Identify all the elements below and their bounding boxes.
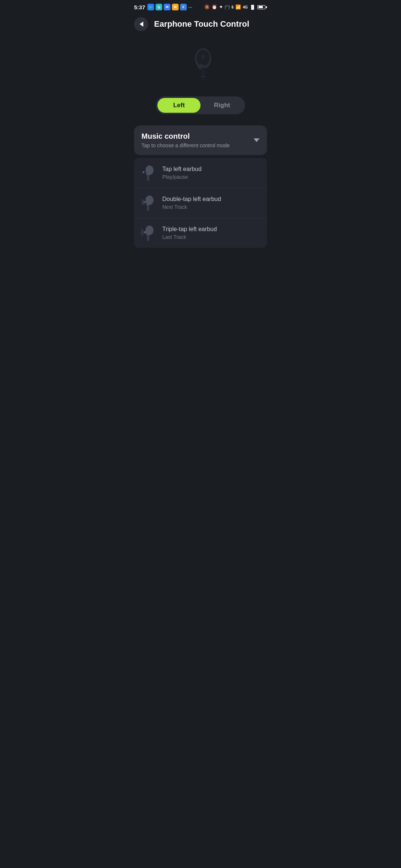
triple-tap-title: Triple-tap left earbud: [162, 226, 217, 233]
single-tap-item[interactable]: Tap left earbud Play/pause: [134, 158, 267, 188]
control-card-title: Music control: [141, 132, 230, 141]
double-tap-subtitle: Next Track: [162, 204, 221, 210]
status-left: 5:37 🐦 ◎ ✉ ✉ F ···: [134, 4, 192, 10]
svg-point-14: [144, 201, 146, 203]
bluetooth-icon: ✦: [219, 4, 223, 10]
app-icon-messages: ✉: [164, 4, 170, 10]
alarm-icon: ⏰: [212, 4, 217, 10]
app-icon-twitter: 🐦: [147, 4, 154, 10]
status-bar: 5:37 🐦 ◎ ✉ ✉ F ··· 🔕 ⏰ ✦ 📳 6 📶 4G ▐▌: [128, 0, 273, 13]
signal-6g-icon: 6: [232, 5, 234, 9]
svg-rect-13: [147, 205, 149, 211]
triple-tap-icon: [140, 225, 156, 241]
battery-icon: [257, 5, 267, 9]
triple-tap-item[interactable]: Triple-tap left earbud Last Track: [134, 218, 267, 248]
svg-rect-9: [147, 175, 149, 181]
control-card-subtitle: Tap to choose a different control mode: [141, 142, 230, 148]
wifi-icon: 📶: [235, 4, 241, 10]
single-tap-subtitle: Play/pause: [162, 174, 202, 180]
control-mode-card[interactable]: Music control Tap to choose a different …: [134, 125, 267, 155]
svg-text:oaxis: oaxis: [201, 75, 205, 78]
triple-tap-subtitle: Last Track: [162, 234, 217, 240]
ear-toggle-group: Left Right: [156, 96, 245, 114]
svg-point-18: [144, 231, 146, 233]
back-button[interactable]: [134, 17, 148, 31]
back-arrow-icon: [140, 22, 143, 27]
left-tab-button[interactable]: Left: [157, 98, 200, 113]
more-apps-indicator: ···: [188, 4, 192, 10]
single-tap-text: Tap left earbud Play/pause: [162, 166, 202, 180]
header: Earphone Touch Control: [128, 13, 273, 37]
earphone-image: oaxis: [184, 45, 217, 85]
earphone-image-container: oaxis: [128, 37, 273, 96]
status-app-icons: 🐦 ◎ ✉ ✉ F ···: [147, 4, 192, 10]
app-icon-5: F: [180, 4, 187, 10]
double-tap-title: Double-tap left earbud: [162, 196, 221, 203]
status-right: 🔕 ⏰ ✦ 📳 6 📶 4G ▐▌: [204, 4, 267, 10]
chevron-down-icon: [254, 138, 260, 142]
svg-rect-17: [147, 235, 149, 241]
vibrate-icon: 📳: [225, 5, 230, 10]
app-icon-mail: ✉: [172, 4, 179, 10]
ear-toggle-container: Left Right: [156, 96, 245, 114]
status-time: 5:37: [134, 4, 145, 10]
double-tap-item[interactable]: Double-tap left earbud Next Track: [134, 188, 267, 218]
notification-icon: 🔕: [204, 4, 210, 10]
action-list: Tap left earbud Play/pause Double-tap le…: [134, 158, 267, 248]
single-tap-icon: [140, 165, 156, 181]
svg-point-6: [202, 56, 204, 57]
triple-tap-text: Triple-tap left earbud Last Track: [162, 226, 217, 240]
double-tap-icon: [140, 195, 156, 211]
app-icon-2: ◎: [156, 4, 162, 10]
page-title: Earphone Touch Control: [154, 19, 249, 29]
signal-bars-icon: ▐▌: [250, 5, 255, 9]
double-tap-text: Double-tap left earbud Next Track: [162, 196, 221, 210]
single-tap-title: Tap left earbud: [162, 166, 202, 172]
svg-rect-3: [201, 68, 205, 82]
svg-point-10: [143, 171, 144, 173]
right-tab-button[interactable]: Right: [200, 98, 244, 113]
control-card-text: Music control Tap to choose a different …: [141, 132, 230, 148]
4g-icon: 4G: [243, 5, 248, 9]
